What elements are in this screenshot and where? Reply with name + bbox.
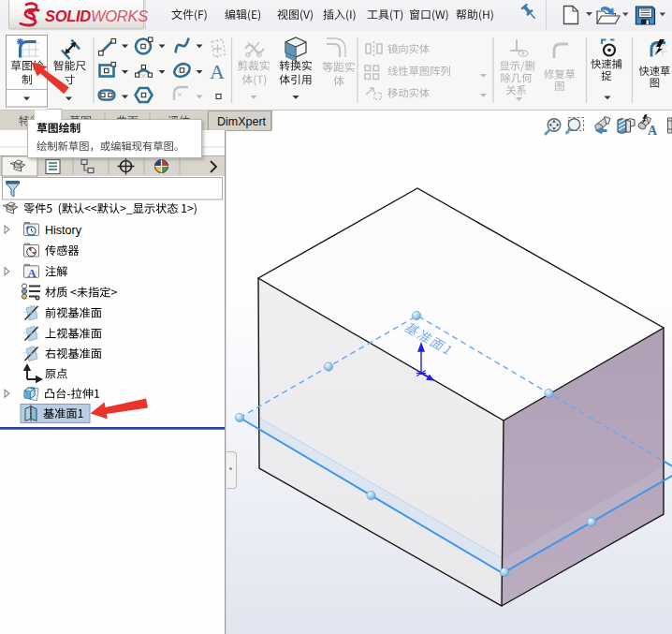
svg-text:A: A bbox=[648, 124, 658, 138]
svg-text:A: A bbox=[28, 267, 37, 280]
svg-text:A: A bbox=[210, 60, 225, 83]
svg-text:History: History bbox=[45, 224, 82, 237]
